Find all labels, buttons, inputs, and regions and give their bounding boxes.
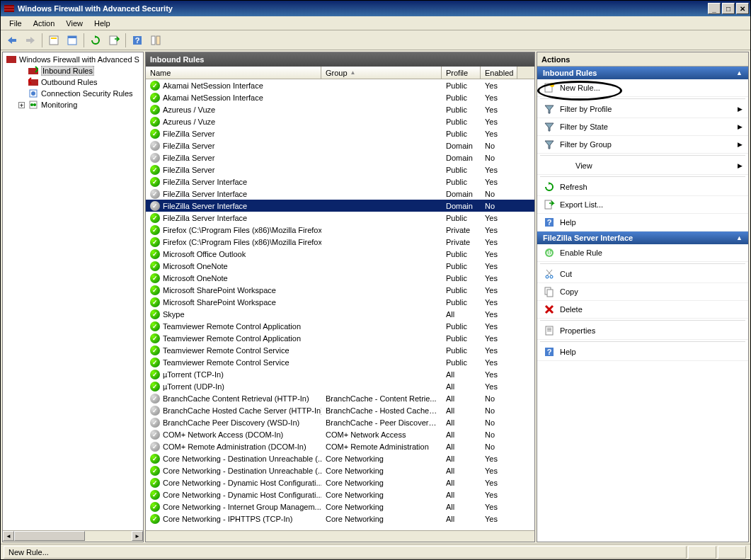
table-row[interactable]: ✓Microsoft SharePoint WorkspacePublicYes [146, 284, 534, 296]
table-row[interactable]: ✓Microsoft Office OutlookPublicYes [146, 248, 534, 260]
grid-body[interactable]: ✓Akamai NetSession InterfacePublicYes✓Ak… [146, 79, 534, 530]
table-row[interactable]: ✓FileZilla ServerPublicYes [146, 127, 534, 139]
table-row[interactable]: ✓Microsoft OneNotePublicYes [146, 272, 534, 284]
column-name[interactable]: Name [146, 67, 321, 79]
action-filter-by-state[interactable]: Filter by State▶ [537, 118, 748, 136]
tree-hscrollbar[interactable]: ◄► [3, 530, 143, 542]
table-row[interactable]: ✓BranchCache Content Retrieval (HTTP-In)… [146, 392, 534, 404]
menu-action[interactable]: Action [28, 18, 61, 29]
column-profile[interactable]: Profile [442, 67, 481, 79]
table-row[interactable]: ✓µTorrent (UDP-In)AllYes [146, 380, 534, 392]
status-text: New Rule... [4, 546, 687, 559]
toolbar-new-rule[interactable] [45, 33, 62, 48]
tree-root[interactable]: Windows Firewall with Advanced S [4, 54, 142, 65]
column-group[interactable]: Group▲ [321, 67, 442, 79]
tree-item-connection-security-rules[interactable]: Connection Security Rules [4, 88, 142, 99]
back-button[interactable] [4, 33, 21, 48]
table-row[interactable]: ✓Core Networking - Dynamic Host Configur… [146, 488, 534, 501]
table-row[interactable]: ✓BranchCache Hosted Cache Server (HTTP-I… [146, 404, 534, 416]
table-row[interactable]: ✓Teamviewer Remote Control ServicePublic… [146, 356, 534, 368]
toolbar-help[interactable]: ? [129, 33, 146, 48]
menu-file[interactable]: File [4, 18, 28, 29]
filter-icon [543, 103, 556, 115]
action-export-list[interactable]: Export List... [537, 196, 748, 214]
table-row[interactable]: ✓BranchCache Peer Discovery (WSD-In)Bran… [146, 416, 534, 428]
action-delete[interactable]: Delete [537, 301, 748, 319]
action-new-rule[interactable]: New Rule... [537, 79, 748, 97]
table-row[interactable]: ✓Core Networking - Destination Unreachab… [146, 464, 534, 476]
tree-item-monitoring[interactable]: +Monitoring [4, 99, 142, 110]
action-filter-by-profile[interactable]: Filter by Profile▶ [537, 101, 748, 118]
filter-icon [543, 121, 556, 132]
submenu-arrow-icon: ▶ [738, 105, 743, 113]
table-row[interactable]: ✓FileZilla ServerPublicYes [146, 164, 534, 176]
maximize-button[interactable]: □ [722, 3, 735, 14]
table-row[interactable]: ✓FileZilla ServerDomainNo [146, 139, 534, 152]
table-row[interactable]: ✓Microsoft SharePoint WorkspacePublicYes [146, 296, 534, 308]
toolbar-export[interactable] [105, 33, 122, 48]
svg-text:?: ? [135, 36, 140, 45]
table-row[interactable]: ✓Teamviewer Remote Control ApplicationPu… [146, 332, 534, 344]
properties-icon [543, 325, 556, 336]
rules-pane-title: Inbound Rules [146, 52, 534, 67]
toolbar-actions-pane[interactable] [147, 33, 164, 48]
table-row[interactable]: ✓µTorrent (TCP-In)AllYes [146, 368, 534, 380]
action-help[interactable]: ?Help [537, 214, 748, 232]
grid-hscrollbar[interactable] [146, 530, 534, 542]
table-row[interactable]: ✓Akamai NetSession InterfacePublicYes [146, 91, 534, 103]
table-row[interactable]: ✓FileZilla ServerDomainNo [146, 152, 534, 164]
menu-view[interactable]: View [60, 18, 88, 29]
action-enable-rule[interactable]: Enable Rule [537, 244, 748, 262]
table-row[interactable]: ✓Firefox (C:\Program Files (x86)\Mozilla… [146, 224, 534, 236]
rule-status-icon: ✓ [150, 345, 160, 355]
toolbar-refresh[interactable] [87, 33, 104, 48]
enable-icon [543, 247, 556, 258]
table-row[interactable]: ✓Azureus / VuzePublicYes [146, 103, 534, 115]
rule-status-icon: ✓ [150, 309, 160, 319]
actions-pane-title: Actions [537, 52, 748, 67]
table-row[interactable]: ✓FileZilla Server InterfacePublicYes [146, 212, 534, 224]
tree-item-inbound-rules[interactable]: Inbound Rules [4, 65, 142, 76]
tree-icon [28, 99, 39, 110]
table-row[interactable]: ✓FileZilla Server InterfaceDomainNo [146, 188, 534, 200]
svg-rect-14 [156, 36, 160, 45]
sort-asc-icon: ▲ [350, 69, 356, 76]
table-row[interactable]: ✓Teamviewer Remote Control ServicePublic… [146, 344, 534, 356]
action-properties[interactable]: Properties [537, 322, 748, 340]
action-view[interactable]: View▶ [537, 157, 748, 175]
action-refresh[interactable]: Refresh [537, 178, 748, 196]
table-row[interactable]: ✓Core Networking - IPHTTPS (TCP-In)Core … [146, 513, 534, 525]
table-row[interactable]: ✓Core Networking - Internet Group Manage… [146, 501, 534, 513]
action-help[interactable]: ?Help [537, 343, 748, 361]
forward-button[interactable] [22, 33, 39, 48]
column-enabled[interactable]: Enabled [481, 67, 517, 79]
table-row[interactable]: ✓Core Networking - Dynamic Host Configur… [146, 476, 534, 488]
table-row[interactable]: ✓Microsoft OneNotePublicYes [146, 260, 534, 272]
tree: Windows Firewall with Advanced S Inbound… [3, 52, 143, 530]
action-section-header[interactable]: Inbound Rules▲ [537, 67, 748, 79]
table-row[interactable]: ✓FileZilla Server InterfacePublicYes [146, 176, 534, 188]
menu-help[interactable]: Help [88, 18, 116, 29]
table-row[interactable]: ✓Firefox (C:\Program Files (x86)\Mozilla… [146, 236, 534, 248]
action-copy[interactable]: Copy [537, 283, 748, 301]
table-row[interactable]: ✓Akamai NetSession InterfacePublicYes [146, 79, 534, 91]
refresh-icon [543, 181, 556, 193]
tree-expand-icon[interactable]: + [18, 102, 25, 108]
action-cut[interactable]: Cut [537, 265, 748, 283]
table-row[interactable]: ✓Core Networking - Destination Unreachab… [146, 452, 534, 464]
close-button[interactable]: ✕ [736, 3, 749, 14]
tree-item-outbound-rules[interactable]: Outbound Rules [4, 76, 142, 88]
toolbar-properties[interactable] [64, 33, 81, 48]
table-row[interactable]: ✓Teamviewer Remote Control ApplicationPu… [146, 320, 534, 332]
submenu-arrow-icon: ▶ [738, 162, 743, 169]
rule-status-icon: ✓ [150, 394, 160, 404]
rule-status-icon: ✓ [150, 225, 160, 235]
action-section-header[interactable]: FileZilla Server Interface▲ [537, 232, 748, 244]
table-row[interactable]: ✓Azureus / VuzePublicYes [146, 115, 534, 127]
table-row[interactable]: ✓COM+ Network Access (DCOM-In)COM+ Netwo… [146, 428, 534, 440]
minimize-button[interactable]: _ [708, 3, 721, 14]
table-row[interactable]: ✓FileZilla Server InterfaceDomainNo [146, 200, 534, 212]
action-filter-by-group[interactable]: Filter by Group▶ [537, 136, 748, 154]
table-row[interactable]: ✓SkypeAllYes [146, 308, 534, 320]
table-row[interactable]: ✓COM+ Remote Administration (DCOM-In)COM… [146, 440, 534, 452]
